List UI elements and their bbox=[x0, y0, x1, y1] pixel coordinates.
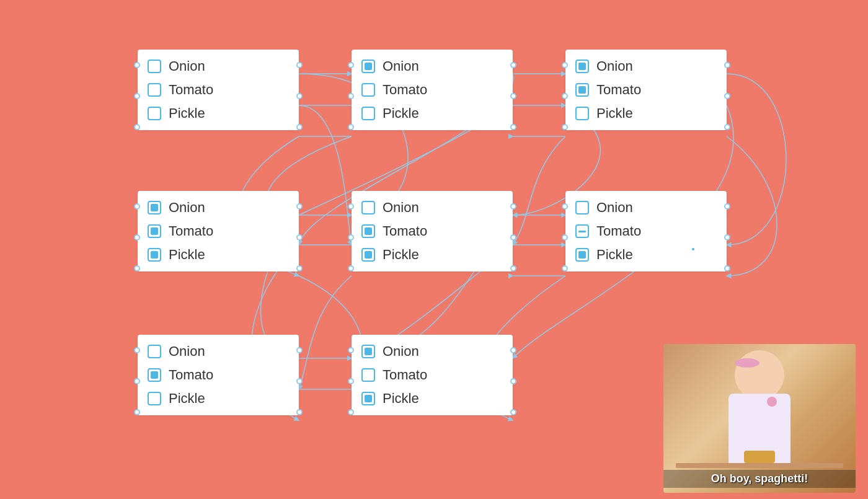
port-right bbox=[296, 124, 303, 130]
node-item[interactable]: Onion bbox=[361, 58, 503, 74]
node-item[interactable]: Pickle bbox=[148, 247, 289, 263]
checkbox-onion[interactable] bbox=[361, 60, 375, 73]
node-item[interactable]: Pickle bbox=[361, 105, 503, 121]
node-item[interactable]: Tomato bbox=[361, 367, 503, 383]
checkbox-pickle[interactable] bbox=[361, 248, 375, 262]
checkbox-pickle[interactable] bbox=[148, 248, 161, 262]
checkbox-pickle[interactable] bbox=[148, 392, 161, 405]
item-label: Onion bbox=[383, 343, 419, 360]
node-item[interactable]: Tomato bbox=[148, 223, 289, 239]
checkbox-onion[interactable] bbox=[575, 201, 589, 214]
card-mid-right[interactable]: OnionTomatoPickle bbox=[565, 191, 727, 272]
checkbox-pickle[interactable] bbox=[575, 248, 589, 262]
node-item[interactable]: Tomato bbox=[148, 367, 289, 383]
port-right bbox=[724, 234, 730, 241]
node-item[interactable]: Pickle bbox=[148, 391, 289, 407]
node-item[interactable]: Tomato bbox=[148, 82, 289, 98]
node-item[interactable]: Pickle bbox=[575, 105, 717, 121]
node-item[interactable]: Onion bbox=[575, 200, 717, 216]
meme-image: Oh boy, spaghetti! bbox=[663, 344, 856, 493]
port-right bbox=[296, 347, 303, 353]
port-left bbox=[134, 409, 140, 415]
item-label: Pickle bbox=[596, 105, 633, 121]
node-item[interactable]: Pickle bbox=[361, 391, 503, 407]
port-left bbox=[348, 409, 354, 415]
port-left bbox=[348, 124, 354, 130]
card-top-center[interactable]: OnionTomatoPickle bbox=[352, 50, 513, 130]
port-left bbox=[134, 234, 140, 241]
port-left bbox=[348, 265, 354, 272]
port-right bbox=[510, 347, 516, 353]
node-item[interactable]: Pickle bbox=[361, 247, 503, 263]
node-item[interactable]: Tomato bbox=[575, 223, 717, 239]
item-label: Tomato bbox=[383, 82, 427, 98]
item-label: Pickle bbox=[383, 105, 419, 121]
checkbox-pickle[interactable] bbox=[148, 107, 161, 120]
port-right bbox=[296, 93, 303, 99]
port-left bbox=[134, 93, 140, 99]
item-label: Tomato bbox=[169, 223, 213, 239]
node-item[interactable]: Tomato bbox=[361, 223, 503, 239]
card-bot-left[interactable]: OnionTomatoPickle bbox=[138, 335, 299, 415]
checkbox-onion[interactable] bbox=[361, 345, 375, 358]
port-right bbox=[296, 203, 303, 210]
node-item[interactable]: Onion bbox=[575, 58, 717, 74]
port-left bbox=[348, 347, 354, 353]
checkbox-onion[interactable] bbox=[148, 60, 161, 73]
node-item[interactable]: Pickle bbox=[148, 105, 289, 121]
item-label: Onion bbox=[596, 200, 633, 216]
port-left bbox=[348, 93, 354, 99]
item-label: Pickle bbox=[169, 247, 205, 263]
port-right bbox=[510, 409, 516, 415]
card-mid-center[interactable]: OnionTomatoPickle bbox=[352, 191, 513, 272]
checkbox-onion[interactable] bbox=[148, 345, 161, 358]
checkbox-tomato[interactable] bbox=[148, 83, 161, 97]
checkbox-onion[interactable] bbox=[361, 201, 375, 214]
checkbox-tomato[interactable] bbox=[361, 224, 375, 238]
checkbox-onion[interactable] bbox=[148, 201, 161, 214]
checkbox-tomato[interactable] bbox=[575, 224, 589, 238]
port-left bbox=[348, 62, 354, 68]
checkbox-onion[interactable] bbox=[575, 60, 589, 73]
port-left bbox=[134, 203, 140, 210]
checkbox-pickle[interactable] bbox=[361, 107, 375, 120]
item-label: Onion bbox=[169, 343, 205, 360]
node-item[interactable]: Onion bbox=[361, 343, 503, 360]
item-label: Pickle bbox=[383, 247, 419, 263]
node-item[interactable]: Onion bbox=[148, 343, 289, 360]
node-item[interactable]: Tomato bbox=[361, 82, 503, 98]
card-mid-left[interactable]: OnionTomatoPickle bbox=[138, 191, 299, 272]
port-left bbox=[134, 347, 140, 353]
node-item[interactable]: Pickle bbox=[575, 247, 717, 263]
checkbox-tomato[interactable] bbox=[361, 368, 375, 382]
port-left bbox=[134, 265, 140, 272]
port-right bbox=[724, 203, 730, 210]
checkbox-tomato[interactable] bbox=[148, 368, 161, 382]
port-right bbox=[724, 265, 730, 272]
node-item[interactable]: Onion bbox=[361, 200, 503, 216]
item-label: Tomato bbox=[596, 223, 641, 239]
card-top-left[interactable]: OnionTomatoPickle bbox=[138, 50, 299, 130]
port-right bbox=[510, 378, 516, 384]
checkbox-tomato[interactable] bbox=[148, 224, 161, 238]
port-right bbox=[510, 265, 516, 272]
item-label: Pickle bbox=[596, 247, 633, 263]
port-right bbox=[296, 62, 303, 68]
item-label: Onion bbox=[169, 200, 205, 216]
port-right bbox=[724, 62, 730, 68]
card-bot-center[interactable]: OnionTomatoPickle bbox=[352, 335, 513, 415]
checkbox-tomato[interactable] bbox=[575, 83, 589, 97]
port-left bbox=[348, 203, 354, 210]
checkbox-pickle[interactable] bbox=[575, 107, 589, 120]
port-right bbox=[296, 265, 303, 272]
checkbox-pickle[interactable] bbox=[361, 392, 375, 405]
node-item[interactable]: Onion bbox=[148, 200, 289, 216]
node-item[interactable]: Tomato bbox=[575, 82, 717, 98]
port-right bbox=[510, 93, 516, 99]
meme-caption: Oh boy, spaghetti! bbox=[663, 470, 856, 488]
item-label: Tomato bbox=[169, 367, 213, 383]
checkbox-tomato[interactable] bbox=[361, 83, 375, 97]
port-left bbox=[134, 378, 140, 384]
node-item[interactable]: Onion bbox=[148, 58, 289, 74]
card-top-right[interactable]: OnionTomatoPickle bbox=[565, 50, 727, 130]
